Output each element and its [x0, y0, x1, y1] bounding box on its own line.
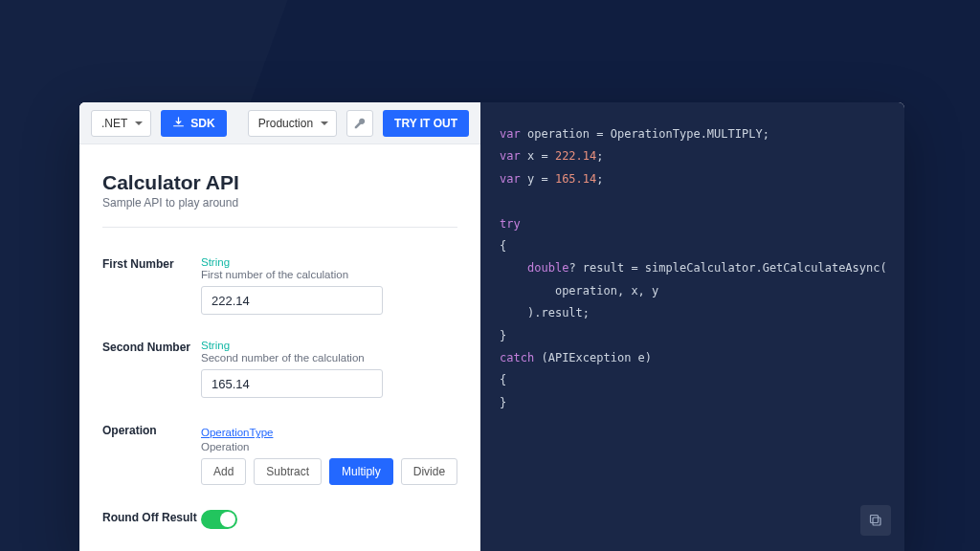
environment-selector[interactable]: Production — [248, 110, 337, 137]
type-tag: String — [201, 340, 457, 351]
language-selector[interactable]: .NET — [91, 110, 151, 137]
sdk-button[interactable]: SDK — [161, 110, 226, 137]
op-add-button[interactable]: Add — [201, 458, 246, 485]
second-number-input[interactable] — [201, 369, 383, 398]
field-operation: Operation OperationType Operation Add Su… — [102, 423, 457, 485]
code-panel: var operation = OperationType.MULTIPLY; … — [480, 102, 904, 551]
op-subtract-button[interactable]: Subtract — [254, 458, 322, 485]
download-icon — [172, 117, 185, 129]
svg-rect-0 — [873, 518, 880, 525]
operation-type-link[interactable]: OperationType — [201, 427, 273, 438]
key-icon — [353, 117, 367, 130]
config-panel: .NET SDK Production TRY IT OUT Calculato… — [79, 102, 480, 551]
copy-code-button[interactable] — [860, 505, 891, 536]
svg-rect-1 — [870, 516, 878, 523]
auth-key-button[interactable] — [346, 110, 373, 137]
field-second-number: Second Number String Second number of th… — [102, 340, 457, 398]
page-title: Calculator API — [102, 171, 457, 194]
field-first-number: First Number String First number of the … — [102, 256, 457, 315]
round-off-toggle[interactable] — [201, 510, 237, 529]
type-tag: String — [201, 256, 457, 268]
op-multiply-button[interactable]: Multiply — [329, 458, 393, 485]
toolbar: .NET SDK Production TRY IT OUT — [79, 102, 480, 144]
operation-group: Add Subtract Multiply Divide — [201, 458, 457, 485]
field-round-off: Round Off Result — [102, 510, 457, 529]
first-number-input[interactable] — [201, 286, 383, 315]
copy-icon — [868, 513, 883, 528]
page-subtitle: Sample API to play around — [102, 196, 457, 209]
op-divide-button[interactable]: Divide — [401, 458, 457, 485]
try-it-out-button[interactable]: TRY IT OUT — [383, 110, 469, 137]
